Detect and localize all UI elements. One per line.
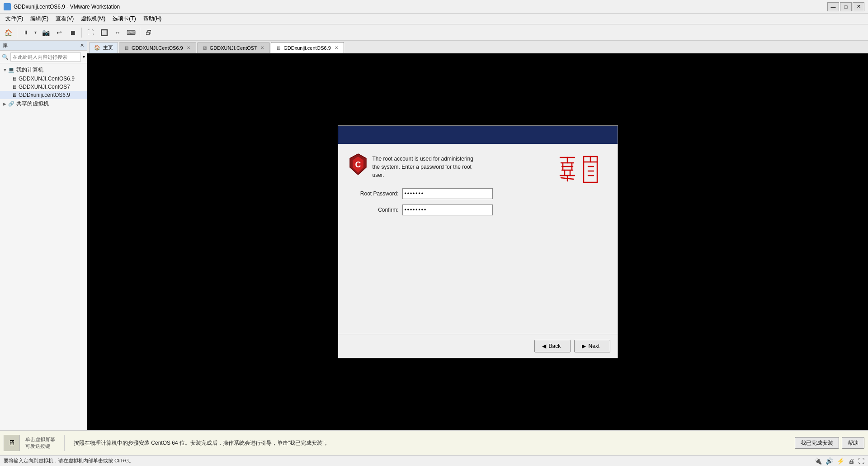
confirm-password-input[interactable] <box>402 204 493 215</box>
titlebar-controls: — □ ✕ <box>827 2 864 11</box>
toolbar-pause-dropdown[interactable]: ▾ <box>32 26 38 39</box>
toolbar: 🏠 ⏸ ▾ 📷 ↩ ⏹ ⛶ 🔲 ↔ ⌨ 🗗 <box>0 24 868 41</box>
tab-vm3[interactable]: 🖥 GDDxuniji.centOS6.9 ✕ <box>271 42 344 53</box>
toolbar-ctrl-alt-del-btn[interactable]: ⌨ <box>125 26 137 39</box>
sidebar-close-btn[interactable]: ✕ <box>80 43 84 48</box>
sidebar-search-dropdown[interactable]: ▾ <box>83 54 85 59</box>
dialog-shield-icon: C <box>349 153 367 176</box>
tab-vm3-label: GDDxuniji.centOS6.9 <box>283 45 331 51</box>
my-computer-label: 我的计算机 <box>16 66 43 74</box>
confirm-label: Confirm: <box>349 207 399 213</box>
menu-vm[interactable]: 虚拟机(M) <box>77 14 109 24</box>
next-label: Next <box>589 343 600 349</box>
statusbar: 要将输入定向到虚拟机，请在虚拟机内部单击或按 Ctrl+G。 🔌 🔊 ⚡ 🖨 ⛶ <box>0 455 868 466</box>
bottombar: 🖥 单击虚拟屏幕 可发送按键 按照在物理计算机中的步骤安装 CentOS 64 … <box>0 430 868 455</box>
bottom-separator <box>64 435 65 451</box>
toolbar-suspend-btn[interactable]: ⏹ <box>66 26 79 39</box>
sidebar-search: 🔍 ▾ <box>0 51 87 63</box>
vm-icon: 🖥 <box>12 76 17 81</box>
menu-help[interactable]: 帮助(H) <box>140 14 165 24</box>
titlebar: GDDxuniji.centOS6.9 - VMware Workstation… <box>0 0 868 14</box>
dialog-top: C The root account is used for administe… <box>349 153 607 179</box>
sidebar: 库 ✕ 🔍 ▾ ▼ 💻 我的计算机 🖥 GDDXUNJI.CentOS6.9 🖥… <box>0 41 87 430</box>
expand-icon: ▼ <box>3 67 7 72</box>
vm-dialog: C The root account is used for administe… <box>338 125 618 358</box>
minimize-button[interactable]: — <box>827 2 839 11</box>
root-password-input[interactable] <box>402 188 493 199</box>
tabbar: 🏠 主页 🖥 GDDXUNJI.CentOS6.9 ✕ 🖥 GDDXUNJI.C… <box>87 41 868 53</box>
toolbar-sep3 <box>140 28 140 38</box>
tab-vm3-close[interactable]: ✕ <box>334 45 339 51</box>
bottom-click-label: 单击虚拟屏幕 可发送按键 <box>25 436 55 450</box>
menu-file[interactable]: 文件(F) <box>2 14 27 24</box>
root-password-row: Root Password: <box>349 188 607 199</box>
next-icon: ▶ <box>582 343 586 349</box>
tab-vm2-close[interactable]: ✕ <box>259 45 265 51</box>
toolbar-pause-group: ⏸ ▾ <box>19 26 38 39</box>
fullscreen-status-icon: ⛶ <box>858 457 864 465</box>
app-icon <box>4 3 11 10</box>
sidebar-item-shared[interactable]: ▶ 🔗 共享的虚拟机 <box>0 99 87 109</box>
sidebar-item-vm2[interactable]: 🖥 GDDXUNJI.CentOS7 <box>0 83 87 91</box>
menu-tab[interactable]: 选项卡(T) <box>109 14 139 24</box>
help-button[interactable]: 帮助 <box>842 437 864 449</box>
home-tab-icon: 🏠 <box>94 45 100 51</box>
toolbar-pause-btn[interactable]: ⏸ <box>19 26 32 39</box>
tab-vm1-close[interactable]: ✕ <box>186 45 191 51</box>
dialog-description-text: The root account is used for administeri… <box>373 155 473 179</box>
sidebar-item-vm1[interactable]: 🖥 GDDXUNJI.CentOS6.9 <box>0 75 87 83</box>
titlebar-left: GDDxuniji.centOS6.9 - VMware Workstation <box>4 3 120 10</box>
toolbar-unity-btn[interactable]: 🔲 <box>98 26 110 39</box>
vm2-label: GDDXUNJI.CentOS7 <box>19 84 70 90</box>
shared-icon: 🔗 <box>8 101 14 107</box>
toolbar-sep2 <box>81 28 82 38</box>
audio-icon: 🔊 <box>826 457 833 465</box>
vm3-label: GDDxuniji.centOS6.9 <box>19 92 70 98</box>
expand-icon2: ▶ <box>3 101 7 106</box>
tab-vm1-icon: 🖥 <box>124 45 129 51</box>
tab-vm1-label: GDDXUNJI.CentOS6.9 <box>132 45 183 51</box>
back-button[interactable]: ◀ Back <box>534 340 571 352</box>
tab-vm2-label: GDDXUNJI.CentOS7 <box>210 45 257 51</box>
menu-view[interactable]: 查看(V) <box>52 14 77 24</box>
shared-label: 共享的虚拟机 <box>16 100 49 108</box>
vm1-label: GDDXUNJI.CentOS6.9 <box>19 76 75 82</box>
finish-install-button[interactable]: 我已完成安装 <box>795 437 839 449</box>
root-password-label: Root Password: <box>349 190 399 197</box>
toolbar-revert-btn[interactable]: ↩ <box>53 26 66 39</box>
sidebar-item-my-computer[interactable]: ▼ 💻 我的计算机 <box>0 65 87 75</box>
back-icon: ◀ <box>542 343 546 349</box>
close-button[interactable]: ✕ <box>853 2 864 11</box>
printer-icon: 🖨 <box>848 457 854 465</box>
toolbar-view-btn[interactable]: 🗗 <box>142 26 155 39</box>
sidebar-item-vm3[interactable]: 🖥 GDDxuniji.centOS6.9 <box>0 91 87 99</box>
toolbar-fullscreen-btn[interactable]: ⛶ <box>84 26 97 39</box>
toolbar-snapshot-btn[interactable]: 📷 <box>39 26 52 39</box>
main-layout: 库 ✕ 🔍 ▾ ▼ 💻 我的计算机 🖥 GDDXUNJI.CentOS6.9 🖥… <box>0 41 868 430</box>
sidebar-title: 库 <box>3 42 8 49</box>
maximize-button[interactable]: □ <box>840 2 852 11</box>
tab-vm2[interactable]: 🖥 GDDXUNJI.CentOS7 ✕ <box>197 42 270 53</box>
tab-home[interactable]: 🏠 主页 <box>89 42 118 53</box>
sidebar-tree: ▼ 💻 我的计算机 🖥 GDDXUNJI.CentOS6.9 🖥 GDDXUNJ… <box>0 63 87 430</box>
menubar: 文件(F) 编辑(E) 查看(V) 虚拟机(M) 选项卡(T) 帮助(H) <box>0 14 868 24</box>
toolbar-sep1 <box>17 28 17 38</box>
vm-content-area[interactable]: C The root account is used for administe… <box>87 53 868 430</box>
statusbar-text: 要将输入定向到虚拟机，请在虚拟机内部单击或按 Ctrl+G。 <box>4 457 134 464</box>
usb-icon: ⚡ <box>837 457 844 465</box>
dialog-footer: ◀ Back ▶ Next <box>338 334 618 358</box>
monitor-icon: 🖥 <box>8 439 15 447</box>
tab-vm3-icon: 🖥 <box>276 45 281 51</box>
tab-vm2-icon: 🖥 <box>202 45 207 51</box>
toolbar-home-btn[interactable]: 🏠 <box>2 26 14 39</box>
next-button[interactable]: ▶ Next <box>574 340 610 352</box>
dialog-body: C The root account is used for administe… <box>338 144 618 334</box>
sidebar-search-input[interactable] <box>10 52 81 62</box>
toolbar-resize-btn[interactable]: ↔ <box>111 26 124 39</box>
bottom-monitor-icon: 🖥 <box>4 435 20 451</box>
menu-edit[interactable]: 编辑(E) <box>27 14 52 24</box>
tab-vm1[interactable]: 🖥 GDDXUNJI.CentOS6.9 ✕ <box>119 42 196 53</box>
computer-icon: 💻 <box>8 67 14 73</box>
search-icon: 🔍 <box>2 54 9 60</box>
vm-icon3: 🖥 <box>12 92 17 98</box>
